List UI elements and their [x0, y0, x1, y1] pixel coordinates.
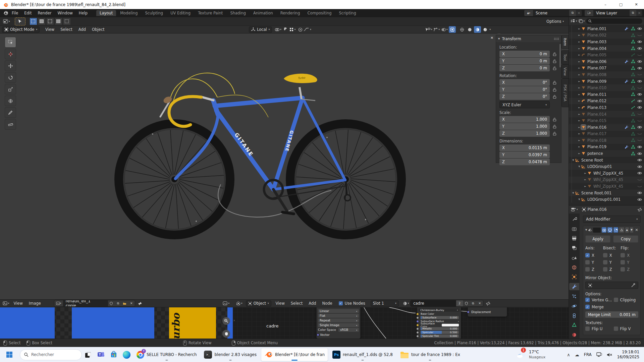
outliner-row-plane-004[interactable]: ►Plane.004	[569, 45, 644, 52]
expand-arrow-icon[interactable]: ►	[584, 185, 587, 188]
lock-icon[interactable]	[551, 131, 558, 136]
outliner-filter-button[interactable]: ▾	[579, 19, 585, 23]
clock-widget[interactable]: 19:18:01 16/09/2025	[617, 350, 639, 360]
pivot-point-button[interactable]: ▾	[275, 27, 281, 32]
outliner-row-plane-010[interactable]: ►Plane.010	[569, 84, 644, 91]
curve-object-icon[interactable]	[581, 99, 586, 104]
menu-render[interactable]: Render	[35, 11, 55, 15]
tab-render-icon[interactable]	[570, 225, 579, 233]
lock-icon[interactable]	[551, 52, 558, 56]
outliner-row-plane-016[interactable]: ►Plane.016	[569, 124, 644, 131]
mesh-object-icon[interactable]	[581, 92, 586, 97]
select-mode-new[interactable]	[30, 18, 37, 25]
mesh-object-icon[interactable]	[581, 79, 586, 84]
socket-metallic[interactable]: Metallic0.000	[421, 327, 459, 330]
snapping-button[interactable]: ▾	[284, 27, 296, 32]
outliner-row-plane-019[interactable]: ►Plane.019	[569, 144, 644, 150]
expand-arrow-icon[interactable]: ►	[578, 106, 581, 109]
outliner-item-name[interactable]: potence	[587, 151, 623, 156]
volume-muted-icon[interactable]	[607, 353, 612, 357]
language-indicator[interactable]: FRA	[584, 352, 592, 357]
eye-open-icon[interactable]	[636, 99, 643, 103]
collapse-icon[interactable]: ▼	[585, 229, 587, 231]
dimensions-y-value[interactable]: Y0.0397 m	[499, 152, 550, 158]
outliner-row-plane-018[interactable]: ►Plane.018	[569, 137, 644, 144]
zoom-in-button[interactable]	[222, 317, 230, 325]
expand-arrow-icon[interactable]: ►	[584, 172, 587, 175]
outliner-row-whl-zippxx-454f[interactable]: ►Whl_ZippXX_454f	[569, 170, 644, 177]
taskbar-search-input[interactable]: Rechercher	[20, 349, 82, 360]
checkbox[interactable]	[621, 267, 625, 272]
new-image-button[interactable]: ⧉	[115, 300, 121, 306]
merge-limit-field[interactable]: Merge Limit 0.001 m	[585, 311, 638, 318]
editor-type-button[interactable]: ▾	[2, 18, 11, 25]
checkbox[interactable]: ✓	[585, 253, 590, 257]
axis-x-checkbox[interactable]: ✓X	[585, 252, 603, 259]
copy-button[interactable]: Copy	[613, 235, 638, 243]
outliner-item-name[interactable]: Plane.005	[587, 53, 623, 57]
region-expand-icon[interactable]: ›	[233, 318, 235, 322]
shading-wireframe-button[interactable]	[459, 26, 466, 33]
eye-open-icon[interactable]	[636, 27, 643, 31]
expand-arrow-icon[interactable]: ►	[578, 27, 581, 30]
eyedropper-icon[interactable]	[631, 283, 635, 287]
expand-arrow-icon[interactable]: ►	[578, 100, 581, 102]
tab-particles-icon[interactable]	[570, 293, 579, 300]
mesh-object-icon[interactable]	[581, 151, 586, 156]
rotation-y-value[interactable]: Y0°	[499, 86, 550, 93]
show-object-types-button[interactable]: ▾	[425, 27, 432, 32]
expand-arrow-icon[interactable]: ►	[578, 73, 581, 76]
transform-panel-header[interactable]: ▼ Transform	[496, 35, 561, 43]
texture-node-dropdown[interactable]: Repeat▾	[318, 318, 359, 322]
image-editor-type-button[interactable]: ▾	[1, 300, 11, 307]
node-menu-node[interactable]: Node	[319, 301, 335, 306]
modifier-move-down-button[interactable]: ▼	[630, 227, 634, 233]
outliner-row-plane-015[interactable]: ►Plane.015	[569, 117, 644, 124]
curve-object-icon[interactable]	[581, 105, 586, 110]
outliner-item-name[interactable]: Whl_ZippXX_454f	[593, 177, 623, 182]
material-users-count[interactable]: 2	[456, 300, 463, 306]
menu-file[interactable]: File	[9, 11, 21, 15]
image-menu-view[interactable]: View	[11, 301, 26, 306]
new-material-button[interactable]: ⧉	[470, 300, 476, 306]
panel-scrollbar[interactable]	[559, 44, 561, 67]
expand-arrow-icon[interactable]: ►	[578, 139, 581, 142]
unlink-scene-icon[interactable]: ✕	[576, 11, 582, 15]
tray-expand-icon[interactable]: ∧	[567, 352, 570, 357]
unlink-material-icon[interactable]: ✕	[476, 300, 483, 306]
taskbar-app-folder[interactable]: tour de france 1989 : Ex	[397, 348, 463, 361]
bisect-z-checkbox[interactable]: Z	[603, 266, 621, 273]
socket-subsurface-color[interactable]: Subsurface Color	[421, 323, 459, 326]
gizmos-button[interactable]: ▾	[433, 27, 440, 32]
flip-u-checkbox[interactable]: Flip U	[585, 325, 614, 332]
outliner-row-plane-017[interactable]: ►Plane.017	[569, 131, 644, 137]
expand-arrow-icon[interactable]: ►	[578, 80, 581, 83]
workspace-tab-rendering[interactable]: Rendering	[277, 10, 304, 16]
material-icon-button[interactable]: ▾	[401, 300, 411, 307]
tab-world-icon[interactable]	[570, 264, 579, 271]
task-view-button[interactable]	[82, 348, 94, 361]
mesh-object-icon[interactable]	[587, 177, 592, 182]
transform-orientation-selector[interactable]: Local▾	[249, 26, 272, 33]
options-button[interactable]: Options▾	[546, 19, 564, 24]
use-nodes-checkbox[interactable]: ✓Use Nodes	[339, 301, 365, 306]
properties-editor-type-button[interactable]: ▾	[571, 207, 578, 212]
shader-type-selector[interactable]: Object▾	[246, 300, 271, 307]
rotation-z-value[interactable]: Z0°	[499, 93, 550, 100]
maximize-button[interactable]: ▢	[613, 0, 629, 9]
close-button[interactable]: ✕	[629, 0, 644, 9]
outliner-item-name[interactable]: Plane.008	[587, 72, 623, 77]
location-y-value[interactable]: Y0 m	[499, 58, 550, 64]
tab-modifiers-icon[interactable]	[569, 283, 579, 290]
outliner-row-plane-005[interactable]: ►Plane.005	[569, 52, 644, 58]
eye-closed-icon[interactable]	[636, 86, 643, 90]
expand-arrow-icon[interactable]: ►	[578, 54, 581, 56]
node-menu-add[interactable]: Add	[306, 301, 319, 306]
outliner-item-name[interactable]: Plane.012	[587, 99, 623, 103]
expand-arrow-icon[interactable]: ►	[578, 67, 581, 69]
expand-arrow-icon[interactable]: ▼	[578, 198, 581, 201]
tool-rotate[interactable]	[5, 72, 16, 83]
node-menu-select[interactable]: Select	[288, 301, 306, 306]
modifier-delete-icon[interactable]: ✕	[635, 228, 638, 232]
lock-icon[interactable]	[551, 80, 558, 85]
